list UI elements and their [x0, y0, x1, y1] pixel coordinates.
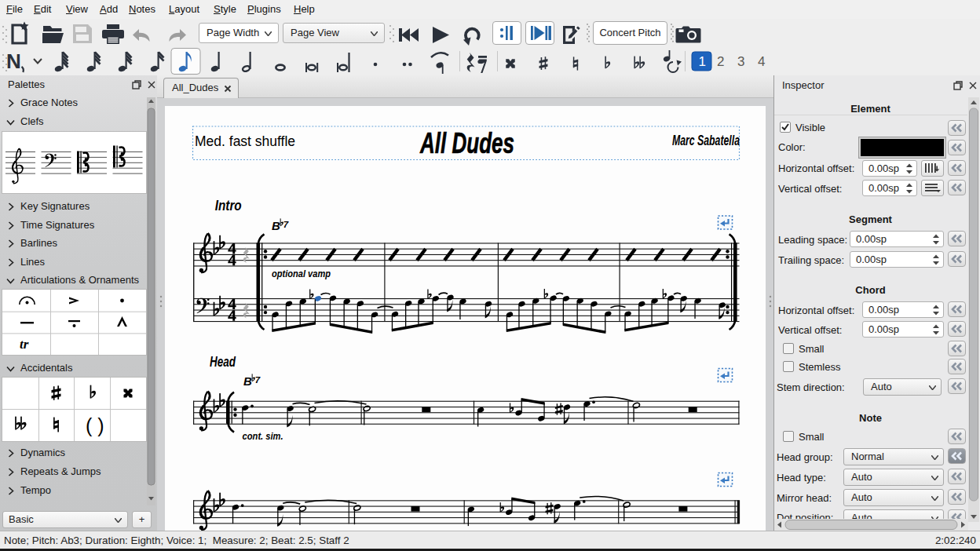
- svg-text:( ): ( ): [86, 414, 104, 436]
- svg-text:7: 7: [255, 375, 261, 385]
- svg-text:Intro: Intro: [215, 198, 242, 213]
- svg-text:4: 4: [758, 54, 765, 69]
- svg-text:Head: Head: [210, 354, 236, 370]
- svg-text:Marc Sabatella: Marc Sabatella: [672, 133, 740, 148]
- svg-text:7: 7: [283, 220, 289, 229]
- svg-text:B: B: [243, 374, 252, 388]
- svg-text:Med. fast shuffle: Med. fast shuffle: [195, 133, 295, 149]
- svg-text:1: 1: [699, 54, 706, 69]
- svg-text:optional vamp: optional vamp: [272, 268, 331, 279]
- svg-text:cont. sim.: cont. sim.: [243, 431, 283, 442]
- svg-text:3: 3: [737, 54, 744, 69]
- svg-text:N: N: [6, 49, 21, 73]
- svg-text:2: 2: [717, 54, 724, 69]
- svg-text:tr: tr: [20, 337, 29, 352]
- svg-text:All Dudes: All Dudes: [419, 127, 514, 159]
- svg-text:B: B: [272, 219, 280, 232]
